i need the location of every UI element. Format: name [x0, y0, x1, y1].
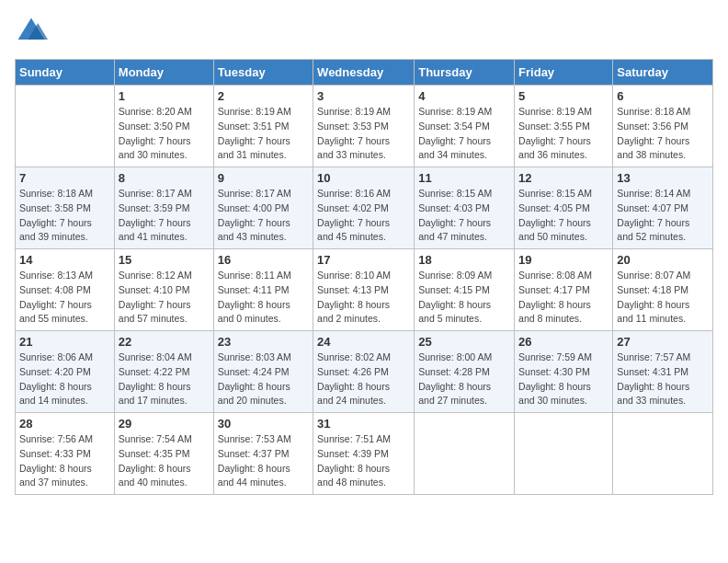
day-info: Sunrise: 7:54 AMSunset: 4:35 PMDaylight:…: [119, 432, 210, 490]
day-number: 11: [418, 171, 510, 185]
calendar-cell: 29Sunrise: 7:54 AMSunset: 4:35 PMDayligh…: [114, 413, 213, 495]
day-info: Sunrise: 8:16 AMSunset: 4:02 PMDaylight:…: [317, 187, 410, 245]
day-info: Sunrise: 8:09 AMSunset: 4:15 PMDaylight:…: [418, 269, 510, 327]
day-of-week-header: Tuesday: [213, 60, 313, 86]
day-info: Sunrise: 8:12 AMSunset: 4:10 PMDaylight:…: [119, 269, 210, 327]
calendar-cell: 20Sunrise: 8:07 AMSunset: 4:18 PMDayligh…: [613, 249, 713, 331]
calendar-cell: 21Sunrise: 8:06 AMSunset: 4:20 PMDayligh…: [16, 331, 115, 413]
day-of-week-header: Monday: [114, 60, 213, 86]
day-number: 16: [218, 253, 309, 267]
day-of-week-header: Wednesday: [313, 60, 415, 86]
day-number: 1: [119, 89, 210, 103]
calendar-cell: 13Sunrise: 8:14 AMSunset: 4:07 PMDayligh…: [613, 167, 713, 249]
day-number: 30: [218, 417, 309, 431]
day-number: 5: [518, 89, 609, 103]
day-number: 22: [119, 335, 210, 349]
day-of-week-header: Thursday: [415, 60, 515, 86]
calendar-cell: 19Sunrise: 8:08 AMSunset: 4:17 PMDayligh…: [515, 249, 613, 331]
calendar-week-row: 1Sunrise: 8:20 AMSunset: 3:50 PMDaylight…: [16, 86, 713, 167]
calendar-cell: 8Sunrise: 8:17 AMSunset: 3:59 PMDaylight…: [114, 167, 213, 249]
day-number: 21: [19, 335, 110, 349]
logo: [15, 15, 51, 48]
day-number: 13: [617, 171, 709, 185]
calendar-cell: [613, 413, 713, 495]
day-number: 8: [119, 171, 210, 185]
day-info: Sunrise: 8:02 AMSunset: 4:26 PMDaylight:…: [317, 350, 410, 408]
day-number: 12: [518, 171, 609, 185]
day-of-week-header: Sunday: [16, 60, 115, 86]
day-info: Sunrise: 8:18 AMSunset: 3:58 PMDaylight:…: [19, 187, 110, 245]
day-number: 9: [218, 171, 309, 185]
day-number: 3: [317, 89, 410, 103]
calendar-cell: 31Sunrise: 7:51 AMSunset: 4:39 PMDayligh…: [313, 413, 415, 495]
calendar-header-row: SundayMondayTuesdayWednesdayThursdayFrid…: [16, 60, 713, 86]
day-number: 7: [19, 171, 110, 185]
calendar-cell: 5Sunrise: 8:19 AMSunset: 3:55 PMDaylight…: [515, 86, 613, 167]
calendar-week-row: 7Sunrise: 8:18 AMSunset: 3:58 PMDaylight…: [16, 167, 713, 249]
day-number: 15: [119, 253, 210, 267]
day-info: Sunrise: 7:56 AMSunset: 4:33 PMDaylight:…: [19, 432, 110, 490]
calendar-cell: [415, 413, 515, 495]
calendar-cell: 11Sunrise: 8:15 AMSunset: 4:03 PMDayligh…: [415, 167, 515, 249]
calendar-week-row: 21Sunrise: 8:06 AMSunset: 4:20 PMDayligh…: [16, 331, 713, 413]
day-info: Sunrise: 8:06 AMSunset: 4:20 PMDaylight:…: [19, 350, 110, 408]
calendar-cell: 22Sunrise: 8:04 AMSunset: 4:22 PMDayligh…: [114, 331, 213, 413]
day-info: Sunrise: 8:00 AMSunset: 4:28 PMDaylight:…: [418, 350, 510, 408]
calendar-week-row: 14Sunrise: 8:13 AMSunset: 4:08 PMDayligh…: [16, 249, 713, 331]
calendar-cell: 15Sunrise: 8:12 AMSunset: 4:10 PMDayligh…: [114, 249, 213, 331]
calendar-week-row: 28Sunrise: 7:56 AMSunset: 4:33 PMDayligh…: [16, 413, 713, 495]
day-number: 20: [617, 253, 709, 267]
day-info: Sunrise: 8:04 AMSunset: 4:22 PMDaylight:…: [119, 350, 210, 408]
day-info: Sunrise: 8:18 AMSunset: 3:56 PMDaylight:…: [617, 105, 709, 163]
logo-icon: [15, 15, 48, 48]
day-info: Sunrise: 8:15 AMSunset: 4:05 PMDaylight:…: [518, 187, 609, 245]
page-header: [15, 15, 713, 48]
day-info: Sunrise: 8:17 AMSunset: 3:59 PMDaylight:…: [119, 187, 210, 245]
calendar-cell: 30Sunrise: 7:53 AMSunset: 4:37 PMDayligh…: [213, 413, 313, 495]
day-info: Sunrise: 8:19 AMSunset: 3:51 PMDaylight:…: [218, 105, 309, 163]
calendar-cell: [515, 413, 613, 495]
calendar-cell: [16, 86, 115, 167]
day-info: Sunrise: 8:17 AMSunset: 4:00 PMDaylight:…: [218, 187, 309, 245]
day-info: Sunrise: 8:14 AMSunset: 4:07 PMDaylight:…: [617, 187, 709, 245]
day-info: Sunrise: 7:53 AMSunset: 4:37 PMDaylight:…: [218, 432, 309, 490]
calendar-cell: 1Sunrise: 8:20 AMSunset: 3:50 PMDaylight…: [114, 86, 213, 167]
calendar-cell: 3Sunrise: 8:19 AMSunset: 3:53 PMDaylight…: [313, 86, 415, 167]
day-number: 4: [418, 89, 510, 103]
day-info: Sunrise: 8:15 AMSunset: 4:03 PMDaylight:…: [418, 187, 510, 245]
calendar-cell: 24Sunrise: 8:02 AMSunset: 4:26 PMDayligh…: [313, 331, 415, 413]
calendar-cell: 6Sunrise: 8:18 AMSunset: 3:56 PMDaylight…: [613, 86, 713, 167]
day-number: 6: [617, 89, 709, 103]
day-number: 14: [19, 253, 110, 267]
day-info: Sunrise: 8:13 AMSunset: 4:08 PMDaylight:…: [19, 269, 110, 327]
day-of-week-header: Saturday: [613, 60, 713, 86]
day-info: Sunrise: 8:03 AMSunset: 4:24 PMDaylight:…: [218, 350, 309, 408]
day-number: 27: [617, 335, 709, 349]
calendar-cell: 25Sunrise: 8:00 AMSunset: 4:28 PMDayligh…: [415, 331, 515, 413]
calendar-table: SundayMondayTuesdayWednesdayThursdayFrid…: [15, 59, 713, 495]
day-number: 28: [19, 417, 110, 431]
day-number: 17: [317, 253, 410, 267]
day-number: 25: [418, 335, 510, 349]
day-info: Sunrise: 8:11 AMSunset: 4:11 PMDaylight:…: [218, 269, 309, 327]
calendar-cell: 17Sunrise: 8:10 AMSunset: 4:13 PMDayligh…: [313, 249, 415, 331]
day-number: 19: [518, 253, 609, 267]
day-info: Sunrise: 8:08 AMSunset: 4:17 PMDaylight:…: [518, 269, 609, 327]
day-number: 18: [418, 253, 510, 267]
day-number: 23: [218, 335, 309, 349]
calendar-cell: 14Sunrise: 8:13 AMSunset: 4:08 PMDayligh…: [16, 249, 115, 331]
day-info: Sunrise: 8:10 AMSunset: 4:13 PMDaylight:…: [317, 269, 410, 327]
calendar-cell: 16Sunrise: 8:11 AMSunset: 4:11 PMDayligh…: [213, 249, 313, 331]
day-info: Sunrise: 8:19 AMSunset: 3:53 PMDaylight:…: [317, 105, 410, 163]
day-info: Sunrise: 8:19 AMSunset: 3:54 PMDaylight:…: [418, 105, 510, 163]
day-number: 24: [317, 335, 410, 349]
calendar-cell: 12Sunrise: 8:15 AMSunset: 4:05 PMDayligh…: [515, 167, 613, 249]
calendar-cell: 7Sunrise: 8:18 AMSunset: 3:58 PMDaylight…: [16, 167, 115, 249]
day-info: Sunrise: 8:20 AMSunset: 3:50 PMDaylight:…: [119, 105, 210, 163]
calendar-cell: 18Sunrise: 8:09 AMSunset: 4:15 PMDayligh…: [415, 249, 515, 331]
day-number: 31: [317, 417, 410, 431]
calendar-cell: 9Sunrise: 8:17 AMSunset: 4:00 PMDaylight…: [213, 167, 313, 249]
day-number: 26: [518, 335, 609, 349]
day-info: Sunrise: 8:07 AMSunset: 4:18 PMDaylight:…: [617, 269, 709, 327]
calendar-cell: 4Sunrise: 8:19 AMSunset: 3:54 PMDaylight…: [415, 86, 515, 167]
